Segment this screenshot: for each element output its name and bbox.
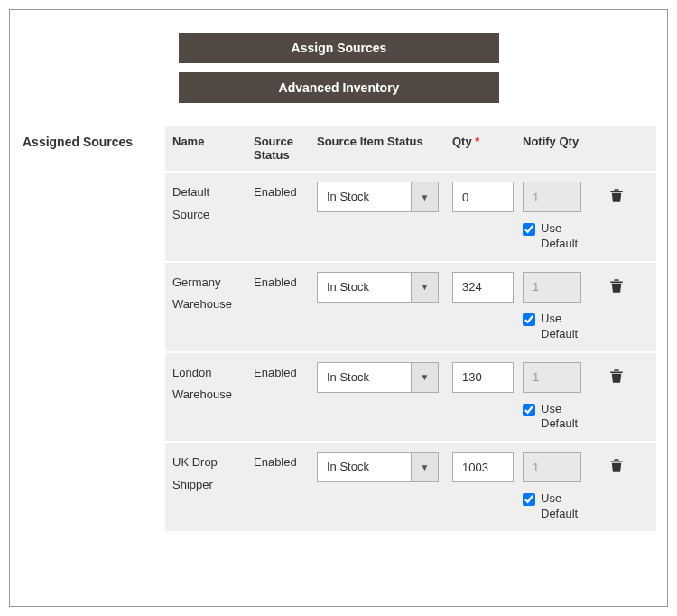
notify-qty-cell: Use Default <box>523 452 604 522</box>
grid-header-row: Name Source Status Source Item Status Qt… <box>165 126 656 171</box>
source-item-status-select[interactable]: In Stock ▼ <box>317 182 439 212</box>
header-notify-qty: Notify Qty <box>523 135 604 148</box>
inventory-sources-panel: Assign Sources Advanced Inventory Assign… <box>9 9 668 607</box>
chevron-down-icon: ▼ <box>411 273 438 302</box>
use-default-label-row: Use Default <box>523 402 598 433</box>
header-name: Name <box>172 135 254 148</box>
source-status-cell: Enabled <box>254 182 317 204</box>
qty-input[interactable] <box>452 182 514 212</box>
source-item-status-cell: In Stock ▼ <box>317 182 452 212</box>
delete-cell <box>604 452 629 477</box>
delete-cell <box>604 362 629 387</box>
header-source-item-status: Source Item Status <box>317 135 452 148</box>
chevron-down-icon: ▼ <box>411 363 438 392</box>
source-name-cell: Germany Warehouse <box>172 272 254 316</box>
source-status-cell: Enabled <box>254 272 317 294</box>
select-value: In Stock <box>318 182 411 211</box>
assigned-sources-section: Assigned Sources Name Source Status Sour… <box>21 126 656 531</box>
notify-qty-cell: Use Default <box>523 362 604 433</box>
trash-icon <box>608 368 625 384</box>
delete-cell <box>604 182 629 207</box>
use-default-text: Use Default <box>541 402 590 433</box>
source-item-status-cell: In Stock ▼ <box>317 362 452 393</box>
select-value: In Stock <box>318 273 411 302</box>
advanced-inventory-button[interactable]: Advanced Inventory <box>179 72 499 103</box>
delete-row-button[interactable] <box>608 182 625 206</box>
use-default-label-row: Use Default <box>523 491 598 522</box>
delete-row-button[interactable] <box>608 272 625 296</box>
source-item-status-cell: In Stock ▼ <box>317 452 452 482</box>
delete-row-button[interactable] <box>608 452 625 476</box>
chevron-down-icon: ▼ <box>411 182 438 211</box>
use-default-checkbox[interactable] <box>523 223 535 236</box>
chevron-down-icon: ▼ <box>411 453 438 481</box>
use-default-checkbox[interactable] <box>523 404 535 416</box>
notify-qty-input <box>523 452 581 482</box>
source-status-cell: Enabled <box>254 452 317 474</box>
table-row: UK Drop Shipper Enabled In Stock ▼ Use D… <box>165 441 656 531</box>
use-default-checkbox[interactable] <box>523 493 535 506</box>
section-label: Assigned Sources <box>21 126 165 149</box>
top-buttons: Assign Sources Advanced Inventory <box>179 33 656 103</box>
use-default-text: Use Default <box>541 221 590 252</box>
source-item-status-select[interactable]: In Stock ▼ <box>317 362 439 393</box>
notify-qty-input <box>523 362 581 393</box>
header-source-status: Source Status <box>254 135 317 162</box>
select-value: In Stock <box>318 453 411 481</box>
table-row: Germany Warehouse Enabled In Stock ▼ Use… <box>165 261 656 351</box>
delete-cell <box>604 272 629 297</box>
table-row: Default Source Enabled In Stock ▼ Use De… <box>165 171 656 261</box>
assign-sources-button[interactable]: Assign Sources <box>179 33 499 63</box>
source-status-cell: Enabled <box>254 362 317 385</box>
qty-input[interactable] <box>452 362 514 393</box>
use-default-label-row: Use Default <box>523 221 598 252</box>
trash-icon <box>608 457 625 473</box>
notify-qty-input <box>523 272 581 303</box>
sources-grid: Name Source Status Source Item Status Qt… <box>165 126 656 531</box>
header-qty: Qty * <box>452 135 523 148</box>
use-default-text: Use Default <box>541 312 590 342</box>
select-value: In Stock <box>318 363 411 392</box>
source-name-cell: Default Source <box>172 182 254 226</box>
source-name-cell: UK Drop Shipper <box>172 452 254 496</box>
use-default-text: Use Default <box>541 491 590 522</box>
use-default-checkbox[interactable] <box>523 313 535 326</box>
delete-row-button[interactable] <box>608 362 625 387</box>
qty-cell <box>452 272 523 303</box>
trash-icon <box>608 187 625 203</box>
use-default-label-row: Use Default <box>523 312 598 342</box>
qty-cell <box>452 182 523 212</box>
table-row: London Warehouse Enabled In Stock ▼ Use … <box>165 351 656 442</box>
qty-cell <box>452 362 523 393</box>
required-asterisk: * <box>475 135 479 148</box>
qty-input[interactable] <box>452 272 514 303</box>
notify-qty-input <box>523 182 581 212</box>
source-item-status-select[interactable]: In Stock ▼ <box>317 452 439 482</box>
source-name-cell: London Warehouse <box>172 362 254 406</box>
qty-input[interactable] <box>452 452 514 482</box>
trash-icon <box>608 277 625 294</box>
source-item-status-select[interactable]: In Stock ▼ <box>317 272 439 303</box>
notify-qty-cell: Use Default <box>523 272 604 342</box>
source-item-status-cell: In Stock ▼ <box>317 272 452 303</box>
qty-cell <box>452 452 523 482</box>
notify-qty-cell: Use Default <box>523 182 604 252</box>
